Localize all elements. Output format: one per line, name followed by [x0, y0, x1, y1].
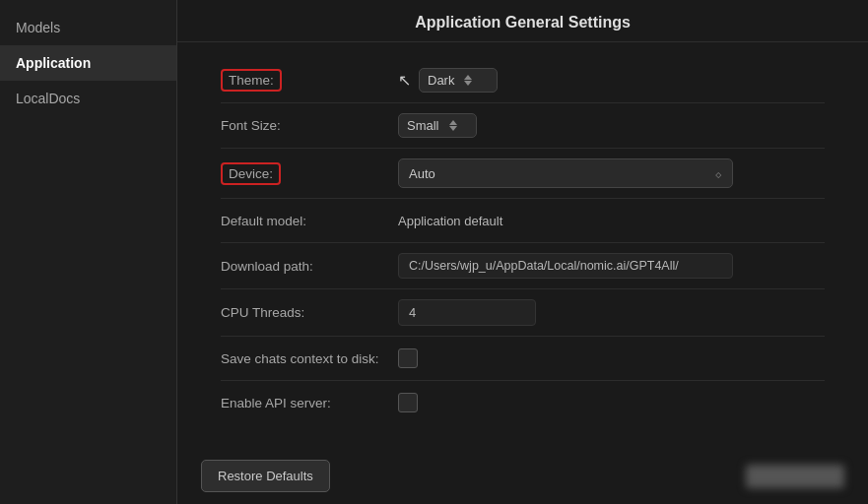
font-size-arrow-down[interactable] — [449, 126, 457, 131]
default-model-label: Default model: — [201, 214, 398, 228]
device-control: Auto ⬦ — [398, 158, 733, 188]
download-path-control: C:/Users/wjp_u/AppData/Local/nomic.ai/GP… — [398, 253, 733, 279]
save-chats-checkbox[interactable] — [398, 348, 418, 368]
restore-defaults-button[interactable]: Restore Defaults — [201, 460, 330, 492]
font-size-arrow-up[interactable] — [449, 120, 457, 125]
sidebar: Models Application LocalDocs — [0, 0, 177, 504]
device-dropdown-arrow: ⬦ — [714, 165, 722, 181]
device-label: Device: — [221, 162, 281, 185]
download-path-row: Download path: C:/Users/wjp_u/AppData/Lo… — [201, 243, 844, 288]
theme-spinner-arrows[interactable] — [464, 75, 472, 86]
theme-arrow-down[interactable] — [464, 81, 472, 86]
cursor-icon: ↖ — [398, 71, 411, 90]
default-model-value: Application default — [398, 214, 502, 228]
footer: Restore Defaults — [177, 448, 868, 504]
download-path-label: Download path: — [201, 259, 398, 274]
default-model-control: Application default — [398, 214, 502, 228]
sidebar-item-models[interactable]: Models — [0, 10, 176, 45]
enable-api-label: Enable API server: — [201, 396, 398, 410]
save-chats-control — [398, 348, 418, 368]
font-size-spinner-arrows[interactable] — [449, 120, 457, 131]
device-row: Device: Auto ⬦ — [201, 149, 844, 198]
font-size-row: Font Size: Small — [201, 103, 844, 148]
settings-area: Theme: ↖ Dark Font Size: — [177, 42, 868, 440]
theme-arrow-up[interactable] — [464, 75, 472, 80]
font-size-select[interactable]: Small — [398, 113, 477, 138]
cpu-threads-row: CPU Threads: 4 — [201, 289, 844, 336]
font-size-control: Small — [398, 113, 477, 138]
page-title: Application General Settings — [201, 14, 844, 32]
device-select[interactable]: Auto ⬦ — [398, 158, 733, 188]
theme-control: ↖ Dark — [398, 68, 498, 93]
default-model-row: Default model: Application default — [201, 199, 844, 242]
theme-row: Theme: ↖ Dark — [201, 58, 844, 102]
enable-api-row: Enable API server: — [201, 381, 844, 424]
sidebar-item-localdocs[interactable]: LocalDocs — [0, 81, 176, 116]
enable-api-control — [398, 393, 418, 412]
theme-select[interactable]: Dark — [419, 68, 498, 93]
save-chats-row: Save chats context to disk: — [201, 337, 844, 380]
cpu-threads-label: CPU Threads: — [201, 305, 398, 320]
save-chats-label: Save chats context to disk: — [201, 351, 398, 366]
page-header: Application General Settings — [177, 0, 868, 42]
enable-api-checkbox[interactable] — [398, 393, 418, 412]
theme-label: Theme: — [221, 69, 282, 92]
cpu-threads-value[interactable]: 4 — [398, 299, 536, 326]
cpu-threads-control: 4 — [398, 299, 536, 326]
sidebar-item-application[interactable]: Application — [0, 45, 176, 81]
blurred-content — [746, 465, 844, 488]
font-size-label: Font Size: — [201, 118, 398, 133]
download-path-value[interactable]: C:/Users/wjp_u/AppData/Local/nomic.ai/GP… — [398, 253, 733, 279]
main-content: Application General Settings Theme: ↖ Da… — [177, 0, 868, 504]
